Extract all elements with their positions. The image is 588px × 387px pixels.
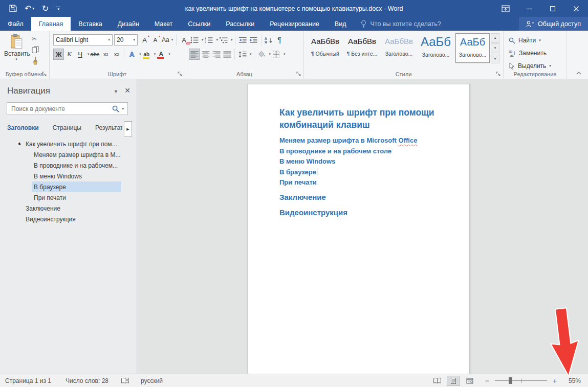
tab-review[interactable]: Рецензирование — [262, 17, 327, 31]
zoom-slider[interactable] — [495, 377, 547, 384]
justify-button[interactable] — [222, 49, 232, 60]
bold-button[interactable]: Ж — [53, 49, 64, 60]
search-input[interactable] — [7, 105, 112, 112]
multilevel-list-button[interactable] — [218, 34, 229, 45]
align-right-button[interactable] — [211, 49, 222, 60]
zoom-slider-thumb[interactable] — [509, 377, 512, 384]
nav-tab-pages[interactable]: Страницы — [53, 124, 81, 131]
borders-button[interactable] — [271, 49, 281, 60]
undo-button[interactable]: ↶▾ — [25, 5, 34, 13]
paragraph-dialog-launcher[interactable] — [296, 72, 301, 77]
nav-heading-item-selected[interactable]: В браузере — [32, 181, 121, 192]
tab-file[interactable]: Файл — [0, 17, 31, 31]
find-button[interactable]: Найти ▾ — [509, 37, 541, 44]
tab-home[interactable]: Главная — [31, 17, 71, 31]
word-count[interactable]: Число слов: 28 — [66, 377, 108, 384]
zoom-out-button[interactable]: − — [484, 376, 491, 385]
nav-tab-headings[interactable]: Заголовки — [7, 124, 39, 131]
web-layout-button[interactable] — [463, 376, 476, 386]
highlight-color-button[interactable]: ab — [141, 49, 152, 60]
collapse-ribbon-button[interactable] — [576, 72, 581, 75]
superscript-button[interactable]: х2 — [111, 49, 122, 60]
text-effects-button[interactable]: А — [126, 49, 137, 60]
language-indicator[interactable]: русский — [141, 377, 163, 384]
format-painter-button[interactable] — [32, 57, 39, 65]
align-left-button[interactable] — [189, 49, 200, 60]
styles-dialog-launcher[interactable] — [496, 72, 501, 77]
redo-button[interactable]: ↻ — [42, 5, 49, 13]
style-normal[interactable]: АаБбВв ¶ Обычный — [308, 33, 342, 63]
sort-button[interactable]: АЯ — [264, 34, 274, 45]
zoom-level[interactable]: 55% — [563, 377, 581, 384]
numbering-button[interactable]: 123 — [204, 34, 214, 45]
search-icon[interactable] — [112, 105, 119, 112]
read-mode-button[interactable] — [430, 376, 444, 386]
nav-heading-item[interactable]: ▶ Как увеличить шрифт при пом... — [0, 139, 137, 149]
font-color-button[interactable]: А — [156, 49, 166, 60]
save-button[interactable] — [9, 5, 17, 12]
styles-scroll-down-button[interactable]: ▼ — [491, 43, 499, 53]
page-indicator[interactable]: Страница 1 из 1 — [5, 377, 51, 384]
copy-button[interactable] — [32, 46, 39, 53]
nav-heading-item[interactable]: Заключение — [0, 203, 137, 214]
cut-button[interactable]: ✂ — [32, 35, 37, 42]
share-button[interactable]: Общий доступ — [519, 17, 588, 31]
font-dialog-launcher[interactable] — [178, 72, 183, 77]
tab-mailings[interactable]: Рассылки — [218, 17, 262, 31]
style-no-spacing[interactable]: АаБбВв ¶ Без инте... — [345, 33, 379, 63]
line-spacing-button[interactable] — [237, 49, 248, 60]
underline-button[interactable]: Ч — [75, 49, 85, 60]
nav-heading-item[interactable]: Меняем размер шрифта в М... — [0, 149, 137, 160]
print-layout-button[interactable] — [447, 376, 460, 386]
tab-insert[interactable]: Вставка — [71, 17, 110, 31]
search-options-chevron[interactable]: ▾ — [122, 107, 124, 111]
nav-tab-results[interactable]: Результать — [95, 124, 122, 131]
navigation-close-button[interactable]: ✕ — [124, 86, 130, 95]
grow-font-button[interactable]: А ▲ — [139, 34, 150, 45]
subscript-button[interactable]: х2 — [100, 49, 111, 60]
strikethrough-button[interactable]: abc — [90, 49, 101, 60]
shrink-font-button[interactable]: А ▼ — [150, 34, 161, 45]
select-cursor-icon — [509, 62, 515, 70]
italic-button[interactable]: К — [64, 49, 75, 60]
style-heading1[interactable]: АаБб Заголово... — [419, 33, 453, 63]
decrease-indent-button[interactable] — [237, 34, 248, 45]
navigation-menu-button[interactable]: ▼ — [114, 89, 118, 94]
document-page[interactable]: Как увеличить шрифт при помощи комбинаци… — [247, 84, 470, 374]
collapse-triangle-icon[interactable]: ▶ — [17, 142, 22, 146]
chevron-down-icon[interactable]: ▾ — [168, 52, 170, 56]
headings-list: ▶ Как увеличить шрифт при пом... Меняем … — [0, 139, 137, 224]
bullets-button[interactable] — [189, 34, 200, 45]
tab-references[interactable]: Ссылки — [180, 17, 218, 31]
nav-heading-item[interactable]: В меню Windows — [0, 171, 137, 181]
show-marks-button[interactable]: ¶ — [274, 34, 285, 45]
paste-button[interactable]: Вставить ▾ — [4, 34, 29, 61]
styles-scroll-up-button[interactable]: ▲ — [491, 33, 499, 43]
nav-heading-item[interactable]: При печати — [0, 192, 137, 203]
ribbon-display-options-button[interactable] — [494, 0, 517, 17]
font-size-combo[interactable]: 20 ▾ — [114, 34, 138, 45]
shading-button[interactable] — [256, 49, 267, 60]
select-button[interactable]: Выделить ▾ — [509, 62, 551, 70]
tell-me-box[interactable]: Что вы хотите сделать? — [361, 17, 441, 31]
clipboard-dialog-launcher[interactable] — [42, 72, 47, 77]
replace-button[interactable]: abac Заменить — [509, 50, 547, 57]
proofing-status-button[interactable] — [121, 377, 129, 384]
minimize-button[interactable] — [517, 0, 541, 17]
align-center-button[interactable] — [200, 49, 211, 60]
customize-quick-access-button[interactable]: ▾ — [56, 7, 60, 10]
close-button[interactable] — [564, 0, 588, 17]
tab-layout[interactable]: Макет — [147, 17, 180, 31]
tab-view[interactable]: Вид — [327, 17, 354, 31]
styles-more-button[interactable]: ▼ — [491, 54, 499, 63]
style-heading3[interactable]: АаБбВв Заголово... — [382, 33, 416, 63]
nav-heading-item[interactable]: В проводнике и на рабочем... — [0, 160, 137, 171]
style-heading2-selected[interactable]: АаБб Заголово... — [455, 33, 490, 63]
maximize-button[interactable] — [541, 0, 564, 17]
font-name-combo[interactable]: Calibri Light ▾ — [53, 34, 113, 45]
nav-heading-item[interactable]: Видеоинструкция — [0, 214, 137, 224]
tab-design[interactable]: Дизайн — [110, 17, 147, 31]
change-case-button[interactable]: Aa ▾ — [161, 34, 174, 45]
increase-indent-button[interactable] — [248, 34, 259, 45]
nav-tabs-scroll-button[interactable]: ▶ — [124, 121, 132, 137]
